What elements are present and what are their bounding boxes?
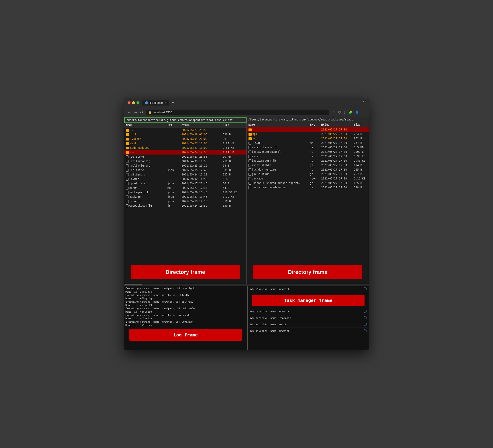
cell-mtime: 2021/02/25 23:26 <box>180 163 221 168</box>
table-row[interactable]: unstable-shared-subset.experi… js 2021/0… <box>247 181 369 185</box>
cell-ext: json <box>166 199 180 203</box>
task-info-icon[interactable]: ⓘ <box>364 316 367 320</box>
log-frame-label: Log frame <box>129 329 242 341</box>
log-line: Done, id: tdcire50 <box>125 310 246 314</box>
cell-size: 96 B <box>221 137 246 141</box>
cell-name: index.stable <box>247 163 308 168</box>
cell-ext <box>166 172 180 177</box>
table-row[interactable]: dist 2021/05/27 18:03 1.84 KB <box>124 141 246 146</box>
cell-ext <box>308 127 319 132</box>
info-icon[interactable]: ℹ <box>344 111 345 114</box>
table-row[interactable]: package-lock json 2021/05/26 15:40 116.5… <box>124 190 246 195</box>
cell-size: 516 B <box>221 199 246 203</box>
browser-menu-icon[interactable]: ⋮ <box>362 101 365 105</box>
task-info-icon[interactable]: ⓘ <box>364 329 367 333</box>
task-item: id: arlzs0dn, name: watch ⓘ <box>248 321 369 328</box>
tab-footloose[interactable]: Footloose × <box>142 100 169 106</box>
horizontal-scrollbar[interactable] <box>124 284 369 286</box>
left-directory-path: /Users/takanopontaro/src/github.com/taka… <box>124 117 246 123</box>
table-row[interactable]: .editorconfig 2019/04/05 11:50 210 B <box>124 159 246 163</box>
extension-icon[interactable]: 🧩 <box>348 111 352 114</box>
cell-mtime: 2021/05/27 17:00 <box>320 145 352 150</box>
table-row[interactable]: package json 2021/05/27 18:46 1.79 KB <box>124 195 246 199</box>
task-info-icon-top[interactable]: ⓘ <box>364 287 367 291</box>
task-info-icon[interactable]: ⓘ <box>364 310 367 314</box>
close-button[interactable] <box>128 101 131 104</box>
table-row[interactable]: index.stable js 2021/05/27 17:00 874 B <box>247 163 369 168</box>
table-row[interactable]: .gitignore 2021/05/24 12:10 137 B <box>124 172 246 177</box>
table-row[interactable]: jsx-dev-runtime js 2021/05/27 17:00 255 … <box>247 168 369 172</box>
table-row[interactable]: .prettierrc json 2021/03/17 21:46 56 B <box>124 181 246 186</box>
cell-size: 825 B <box>352 181 369 185</box>
table-row[interactable]: tsconfig json 2021/05/15 14:10 516 B <box>124 199 246 203</box>
cell-size: 939 B <box>221 168 246 172</box>
table-row[interactable]: unstable-shared-subset js 2021/05/27 17:… <box>247 185 369 190</box>
cell-ext: json <box>166 195 180 199</box>
table-row[interactable]: .vscode 2020/06/04 20:09 96 B <box>124 137 246 141</box>
tab-close-button[interactable]: × <box>165 101 166 104</box>
log-line: Done, id: arlzs0dn <box>125 317 246 320</box>
maximize-button[interactable] <box>136 101 139 104</box>
forward-button[interactable]: → <box>134 111 137 114</box>
right-col-ext: Ext <box>308 122 319 127</box>
cell-ext <box>308 132 319 136</box>
cell-size: 850 B <box>221 203 246 208</box>
table-row[interactable]: .. 2021/05/27 23:55 <box>124 128 246 133</box>
cell-name: jsx-dev-runtime <box>247 168 308 172</box>
cell-mtime: 2021/05/26 15:40 <box>180 190 221 195</box>
cell-mtime: 2021/05/27 17:00 <box>320 132 352 136</box>
log-line: Executing command, name: unwatch, id: 1j… <box>125 320 246 324</box>
url-text: localhost:3500 <box>153 111 172 114</box>
title-bar: Footloose × + ⋮ <box>124 98 369 108</box>
url-input[interactable]: 🔒 localhost:3500 <box>146 110 329 115</box>
table-row[interactable]: src 2021/05/24 12:50 1.81 KB <box>124 150 246 155</box>
cell-mtime: 2021/05/27 17:00 <box>320 163 352 168</box>
cell-name: .git <box>124 132 166 137</box>
cell-mtime: 2021/05/27 23:55 <box>180 155 221 159</box>
table-row[interactable]: index.experimental js 2021/05/27 17:00 1… <box>247 150 369 154</box>
cell-ext: js <box>166 203 180 208</box>
cell-size: 224 B <box>352 132 369 136</box>
table-row[interactable]: package json 2021/05/27 17:00 1.16 KB <box>247 176 369 181</box>
cell-ext <box>308 136 319 141</box>
table-row[interactable]: webpack.config js 2021/05/24 13:52 850 B <box>124 203 246 208</box>
reload-button[interactable]: ↺ <box>140 110 143 114</box>
more-icon[interactable]: ⋮ <box>362 111 365 114</box>
cell-name: index.experimental <box>247 150 308 154</box>
task-info-icon[interactable]: ⓘ <box>364 322 367 326</box>
cell-size: 737 B <box>352 141 369 145</box>
table-row[interactable]: .DS_Store 2021/05/27 23:55 10 KB <box>124 155 246 159</box>
table-row[interactable]: .. 2021/05/27 17:00 <box>247 127 369 132</box>
table-row[interactable]: .eslintignore 2021/02/25 23:26 18 B <box>124 163 246 168</box>
cell-ext: json <box>308 176 319 181</box>
back-button[interactable]: ← <box>128 111 131 114</box>
table-row[interactable]: .eslintrc json 2021/05/15 12:40 939 B <box>124 168 246 172</box>
bookmark-icon[interactable]: ☆ <box>332 111 335 114</box>
traffic-lights <box>128 101 139 104</box>
table-row[interactable]: src 2021/05/27 17:00 832 B <box>247 136 369 141</box>
cell-mtime: 2021/05/27 17:37 <box>180 186 221 190</box>
cell-name: dist <box>124 141 166 146</box>
table-row[interactable]: .nvmrc 2020/09/02 14:58 3 B <box>124 177 246 181</box>
profile-icon[interactable]: 👤 <box>355 111 359 114</box>
table-row[interactable]: README md 2021/05/27 17:00 737 B <box>247 141 369 145</box>
cell-size: 1002 B <box>352 150 369 154</box>
table-row[interactable]: .git 2021/05/28 00:06 320 B <box>124 132 246 137</box>
cell-name: .. <box>247 127 308 132</box>
log-line: Done, id: c5lnrzk9 <box>125 303 246 307</box>
cell-mtime: 2021/05/27 17:00 <box>320 181 352 185</box>
address-bar: ← → ↺ 🔒 localhost:3500 ☆ 🛡 ℹ 🧩 👤 ⋮ <box>124 108 369 117</box>
cell-size: 1.93 KB <box>352 154 369 158</box>
log-line: Executing command, name: watch, id: arlz… <box>125 314 246 317</box>
cell-ext: md <box>308 141 319 145</box>
table-row[interactable]: README md 2021/05/27 17:37 64 B <box>124 186 246 190</box>
table-row[interactable]: index.modern.fb js 2021/05/27 17:00 1.48… <box>247 158 369 163</box>
table-row[interactable]: node_modules 2021/05/27 18:02 9.31 KB <box>124 146 246 150</box>
new-tab-button[interactable]: + <box>171 101 175 105</box>
table-row[interactable]: jsx-runtime js 2021/05/27 17:00 257 B <box>247 172 369 176</box>
table-row[interactable]: npm 2021/05/27 17:00 224 B <box>247 132 369 136</box>
table-row[interactable]: index js 2021/05/27 17:00 1.93 KB <box>247 154 369 158</box>
minimize-button[interactable] <box>132 101 135 104</box>
table-row[interactable]: index.classic.fb js 2021/05/27 17:00 1.5… <box>247 145 369 150</box>
scrollbar-thumb[interactable] <box>124 284 142 285</box>
